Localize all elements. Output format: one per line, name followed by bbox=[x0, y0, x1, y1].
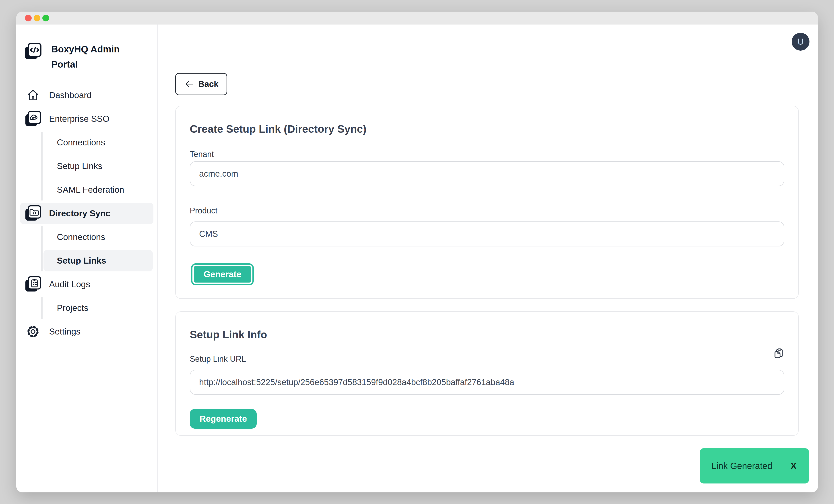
sidebar-subitem-label: Projects bbox=[57, 303, 88, 313]
generate-button-label: Generate bbox=[204, 269, 241, 279]
avatar-initial: U bbox=[797, 37, 804, 47]
back-button[interactable]: Back bbox=[175, 73, 227, 95]
sidebar-subitem-sso-connections[interactable]: Connections bbox=[43, 132, 153, 153]
minimize-window-button[interactable] bbox=[34, 15, 40, 21]
brand-title: BoxyHQ Admin Portal bbox=[51, 42, 132, 72]
setup-link-url-row: Setup Link URL bbox=[190, 354, 784, 364]
window-titlebar bbox=[16, 12, 818, 24]
create-setup-link-card: Create Setup Link (Directory Sync) Tenan… bbox=[175, 106, 799, 299]
sidebar-item-label: Audit Logs bbox=[49, 280, 90, 289]
app-window: BoxyHQ Admin Portal Dashboard bbox=[16, 12, 818, 492]
clipboard-copy-icon bbox=[773, 348, 784, 359]
gear-icon bbox=[24, 322, 42, 341]
link-generated-toast: Link Generated X bbox=[700, 448, 809, 483]
directory-sync-subnav: Connections Setup Links bbox=[41, 226, 153, 271]
sidebar-item-audit-logs[interactable]: Audit Logs bbox=[20, 273, 153, 295]
arrow-left-icon bbox=[184, 79, 194, 89]
sidebar-subitem-label: Connections bbox=[57, 138, 105, 147]
sidebar-subitem-sso-setup-links[interactable]: Setup Links bbox=[43, 155, 153, 177]
user-avatar[interactable]: U bbox=[792, 33, 810, 51]
sso-keycap-icon bbox=[24, 109, 42, 128]
toast-message: Link Generated bbox=[711, 461, 772, 471]
brand[interactable]: BoxyHQ Admin Portal bbox=[16, 42, 157, 72]
boxyhq-keycap-logo-icon bbox=[24, 42, 42, 61]
tenant-input[interactable] bbox=[190, 161, 784, 186]
setup-link-info-card: Setup Link Info Setup Link URL bbox=[175, 311, 799, 436]
window-body: BoxyHQ Admin Portal Dashboard bbox=[16, 24, 818, 492]
copy-to-clipboard-button[interactable] bbox=[773, 348, 784, 360]
info-card-title: Setup Link Info bbox=[190, 328, 784, 341]
regenerate-button-label: Regenerate bbox=[200, 414, 247, 424]
sidebar-item-settings[interactable]: Settings bbox=[20, 321, 153, 342]
setup-link-url-label: Setup Link URL bbox=[190, 354, 246, 364]
product-label: Product bbox=[190, 206, 784, 216]
window-controls bbox=[25, 15, 49, 21]
main-content: Back Create Setup Link (Directory Sync) … bbox=[158, 59, 818, 492]
sidebar-item-label: Dashboard bbox=[49, 90, 92, 100]
tenant-label: Tenant bbox=[190, 149, 784, 159]
top-header: U bbox=[158, 24, 818, 59]
setup-link-url-input[interactable] bbox=[190, 370, 784, 395]
regenerate-button[interactable]: Regenerate bbox=[190, 409, 257, 429]
sidebar-subitem-saml-federation[interactable]: SAML Federation bbox=[43, 179, 153, 200]
sidebar-item-enterprise-sso[interactable]: Enterprise SSO bbox=[20, 108, 153, 130]
sidebar: BoxyHQ Admin Portal Dashboard bbox=[16, 24, 158, 492]
sidebar-item-label: Enterprise SSO bbox=[49, 114, 109, 124]
sidebar-subitem-dsync-setup-links[interactable]: Setup Links bbox=[43, 250, 153, 271]
sidebar-item-label: Directory Sync bbox=[49, 209, 110, 218]
sidebar-subitem-label: Connections bbox=[57, 232, 105, 242]
directory-sync-keycap-icon bbox=[24, 204, 42, 223]
sidebar-subitem-label: Setup Links bbox=[57, 161, 102, 171]
enterprise-sso-subnav: Connections Setup Links SAML Federation bbox=[41, 132, 153, 200]
content-column: U Back Create Setup Link (Directory Sync… bbox=[158, 24, 818, 492]
close-window-button[interactable] bbox=[25, 15, 32, 21]
generate-button[interactable]: Generate bbox=[193, 265, 253, 284]
zoom-window-button[interactable] bbox=[42, 15, 49, 21]
sidebar-item-label: Settings bbox=[49, 327, 81, 336]
sidebar-nav: Dashboard Enterprise SSO bbox=[16, 85, 157, 342]
generate-button-wrap: Generate bbox=[190, 262, 784, 284]
back-button-label: Back bbox=[198, 80, 219, 89]
toast-close-button[interactable]: X bbox=[791, 461, 796, 471]
sidebar-subitem-label: Setup Links bbox=[57, 256, 106, 266]
sidebar-item-directory-sync[interactable]: Directory Sync bbox=[20, 203, 153, 224]
create-card-title: Create Setup Link (Directory Sync) bbox=[190, 123, 784, 136]
home-icon bbox=[24, 86, 42, 105]
sidebar-subitem-projects[interactable]: Projects bbox=[43, 297, 153, 319]
sidebar-subitem-dsync-connections[interactable]: Connections bbox=[43, 226, 153, 248]
product-input[interactable] bbox=[190, 221, 784, 246]
sidebar-subitem-label: SAML Federation bbox=[57, 185, 124, 195]
sidebar-item-dashboard[interactable]: Dashboard bbox=[20, 85, 153, 106]
audit-logs-subnav: Projects bbox=[41, 297, 153, 319]
audit-logs-keycap-icon bbox=[24, 275, 42, 294]
